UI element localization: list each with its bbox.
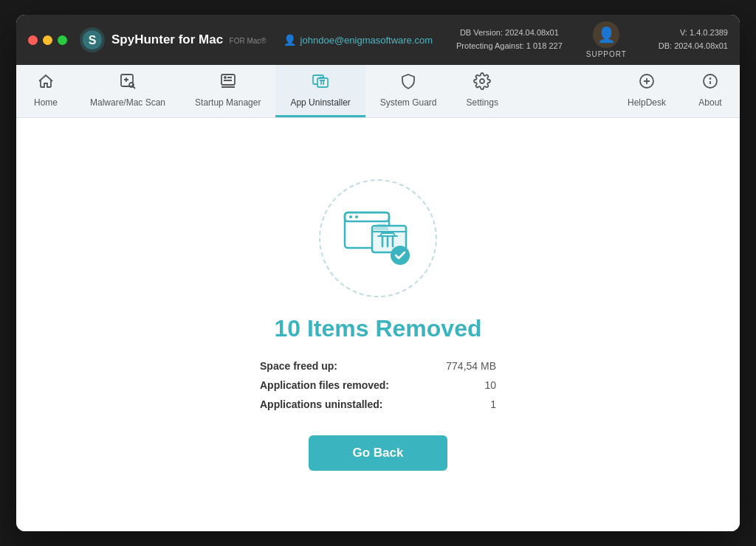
svg-rect-8 [221,75,235,85]
user-email: johndoe@enigmasoftware.com [300,35,433,46]
result-icon-container [319,179,437,297]
support-icon: 👤 [593,21,619,48]
nav-item-system-guard[interactable]: System Guard [365,65,452,117]
nav-item-settings[interactable]: Settings [452,65,513,117]
stat-row-apps: Applications uninstalled: 1 [260,398,496,410]
stat-label-space: Space freed up: [260,360,337,372]
stat-value-apps: 1 [490,398,496,410]
svg-point-24 [710,78,711,79]
app-uninstaller-icon [312,72,329,94]
nav-right: HelpDesk About [613,65,740,117]
svg-rect-14 [317,78,328,87]
go-back-button[interactable]: Go Back [309,435,448,471]
nav-label-helpdesk: HelpDesk [628,97,666,108]
main-content: 10 Items Removed Space freed up: 774,54 … [16,118,740,531]
system-guard-icon [399,72,417,94]
result-icon [341,205,415,272]
user-info: 👤 johndoe@enigmasoftware.com [284,34,433,46]
user-icon: 👤 [284,34,296,46]
close-button[interactable] [28,35,38,45]
minimize-button[interactable] [43,35,52,45]
svg-point-27 [349,215,352,218]
svg-point-34 [391,246,410,265]
startup-manager-icon [219,72,237,94]
svg-point-28 [355,215,358,218]
nav-item-startup-manager[interactable]: Startup Manager [180,65,275,117]
svg-line-7 [134,87,136,89]
home-icon [37,72,55,94]
titlebar-center: 👤 johndoe@enigmasoftware.com DB Version:… [267,21,644,58]
nav-item-about[interactable]: About [681,65,740,117]
db-info: DB Version: 2024.04.08x01 Protecting Aga… [456,27,563,52]
app-window: S SpyHunter for Mac FOR Mac® 👤 johndoe@e… [16,15,740,531]
result-title: 10 Items Removed [274,315,481,342]
svg-point-9 [224,77,226,78]
stat-label-apps: Applications uninstalled: [260,398,382,410]
nav-item-malware-scan[interactable]: Malware/Mac Scan [75,65,180,117]
nav-item-helpdesk[interactable]: HelpDesk [613,65,681,117]
logo-area: S SpyHunter for Mac FOR Mac® [79,27,267,53]
support-label: SUPPORT [586,50,627,58]
about-icon [701,72,719,94]
support-button[interactable]: 👤 SUPPORT [586,21,627,58]
version-info: V: 1.4.0.2389 DB: 2024.04.08x01 [659,27,728,52]
uninstall-complete-icon [341,205,415,272]
traffic-lights [28,35,67,45]
helpdesk-icon [638,72,656,94]
maximize-button[interactable] [58,35,67,45]
stat-row-files: Application files removed: 10 [260,379,496,391]
logo-icon: S [79,27,106,53]
stat-value-space: 774,54 MB [446,360,496,372]
nav-label-about: About [698,97,721,108]
nav-label-system-guard: System Guard [380,97,437,108]
titlebar: S SpyHunter for Mac FOR Mac® 👤 johndoe@e… [16,15,740,65]
nav-label-app-uninstaller: App Uninstaller [290,97,350,108]
svg-rect-3 [121,75,133,86]
nav-item-home[interactable]: Home [16,65,75,117]
navbar: Home Malware/Mac Scan Startup Manager Ap… [16,65,740,118]
malware-scan-icon [119,72,137,94]
stat-value-files: 10 [484,379,496,391]
stat-row-space: Space freed up: 774,54 MB [260,360,496,372]
settings-icon [473,72,491,94]
logo-text: SpyHunter for Mac FOR Mac® [111,32,267,47]
stat-label-files: Application files removed: [260,379,389,391]
nav-item-app-uninstaller[interactable]: App Uninstaller [275,65,365,117]
svg-text:S: S [89,34,97,46]
nav-label-settings: Settings [467,97,498,108]
stats-container: Space freed up: 774,54 MB Application fi… [260,360,496,410]
nav-spacer [513,65,613,117]
svg-point-18 [480,79,484,83]
nav-label-startup-manager: Startup Manager [195,97,261,108]
nav-label-home: Home [34,97,58,108]
nav-label-malware-scan: Malware/Mac Scan [90,97,165,108]
